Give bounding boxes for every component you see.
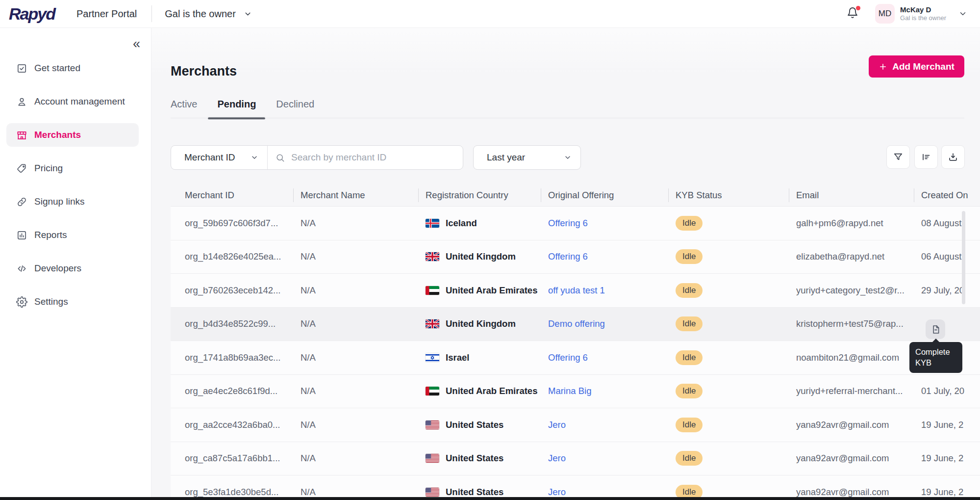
search-field-label: Merchant ID bbox=[184, 152, 235, 163]
offering-link[interactable]: Marina Big bbox=[548, 386, 591, 396]
flag-icon-is bbox=[426, 219, 439, 228]
sidebar: « Get startedAccount managementMerchants… bbox=[0, 27, 151, 500]
table-row[interactable]: org_5e3fa1de30be5d...N/AUnited StatesJer… bbox=[171, 475, 980, 500]
cell-registration-country: United Arab Emirates bbox=[418, 386, 541, 396]
sidebar-item-developers[interactable]: Developers bbox=[6, 257, 139, 280]
cell-merchant-id: org_ca87c5a17a6bb1... bbox=[171, 453, 293, 464]
top-bar: Rapyd Partner Portal Gal is the owner MD… bbox=[0, 0, 980, 28]
flag-icon-us bbox=[426, 454, 439, 463]
table-row[interactable]: org_aa2cce432a6ba0...N/AUnited StatesJer… bbox=[171, 408, 980, 442]
add-merchant-button[interactable]: Add Merchant bbox=[869, 55, 964, 78]
cell-merchant-id: org_b14e826e4025ea... bbox=[171, 251, 293, 262]
sort-button[interactable] bbox=[914, 145, 938, 169]
sidebar-item-get-started[interactable]: Get started bbox=[6, 56, 139, 80]
kyb-status-badge: Idle bbox=[676, 216, 703, 231]
cell-created-on: 06 August bbox=[914, 251, 980, 262]
sidebar-collapse-icon[interactable]: « bbox=[133, 37, 140, 51]
search-icon bbox=[276, 153, 285, 162]
sidebar-item-merchants[interactable]: Merchants bbox=[6, 123, 139, 147]
download-button[interactable] bbox=[941, 145, 965, 169]
cell-merchant-name: N/A bbox=[293, 285, 418, 296]
cell-registration-country: Israel bbox=[418, 352, 541, 363]
offering-link[interactable]: Jero bbox=[548, 453, 566, 463]
sidebar-item-label: Settings bbox=[34, 296, 68, 307]
cell-merchant-id: org_1741a8b69aa3ec... bbox=[171, 352, 293, 363]
cell-merchant-id: org_aa2cce432a6ba0... bbox=[171, 420, 293, 430]
topbar-right: MD McKay D Gal is the owner bbox=[847, 4, 967, 24]
flag-icon-il bbox=[426, 353, 439, 362]
cell-original-offering: Jero bbox=[541, 487, 668, 498]
table-row[interactable]: org_b4d34e8522c99...N/AUnited KingdomDem… bbox=[171, 308, 980, 342]
sidebar-item-label: Get started bbox=[34, 63, 80, 74]
table-row[interactable]: org_b14e826e4025ea...N/AUnited KingdomOf… bbox=[171, 240, 980, 274]
cell-merchant-name: N/A bbox=[293, 352, 418, 363]
kyb-status-badge: Idle bbox=[676, 418, 703, 432]
country-name: United States bbox=[446, 487, 503, 498]
flag-icon-gb bbox=[426, 319, 439, 328]
tag-icon bbox=[16, 162, 27, 174]
tab-active[interactable]: Active bbox=[161, 99, 206, 119]
offering-link[interactable]: Offering 6 bbox=[548, 352, 588, 363]
org-selector-label: Gal is the owner bbox=[165, 8, 236, 20]
org-selector-dropdown[interactable]: Gal is the owner bbox=[165, 8, 252, 20]
offering-link[interactable]: Demo offering bbox=[548, 318, 605, 329]
column-header-merchant-name: Merchant Name bbox=[293, 190, 418, 201]
horizontal-scrollbar[interactable] bbox=[0, 497, 980, 500]
chevron-down-icon bbox=[958, 9, 967, 18]
column-header-original-offering: Original Offering bbox=[541, 190, 668, 201]
kyb-status-badge: Idle bbox=[676, 384, 703, 398]
offering-link[interactable]: Offering 6 bbox=[548, 218, 588, 228]
cell-email: yana92avr@gmail.com bbox=[789, 487, 914, 498]
table-row[interactable]: org_ae4ec2e8c61f9d...N/AUnited Arab Emir… bbox=[171, 375, 980, 409]
sidebar-item-settings[interactable]: Settings bbox=[6, 290, 139, 314]
user-meta: McKay D Gal is the owner bbox=[900, 5, 946, 23]
complete-kyb-tooltip: Complete KYB bbox=[909, 342, 962, 373]
offering-link[interactable]: off yuda test 1 bbox=[548, 285, 605, 295]
cell-kyb-status: Idle bbox=[668, 418, 789, 432]
filter-button[interactable] bbox=[886, 145, 910, 169]
cell-merchant-name: N/A bbox=[293, 453, 418, 464]
table-row[interactable]: org_ca87c5a17a6bb1...N/AUnited StatesJer… bbox=[171, 442, 980, 476]
table-row[interactable]: org_59b697c606f3d7...N/AIcelandOffering … bbox=[171, 207, 980, 240]
table-body: org_59b697c606f3d7...N/AIcelandOffering … bbox=[171, 206, 980, 500]
cell-registration-country: United Kingdom bbox=[418, 251, 541, 262]
date-range-label: Last year bbox=[487, 152, 525, 163]
cell-merchant-id: org_59b697c606f3d7... bbox=[171, 218, 293, 229]
offering-link[interactable]: Offering 6 bbox=[548, 251, 588, 262]
cell-created-on: 19 June, 2 bbox=[914, 420, 980, 430]
column-header-created-on: Created On bbox=[914, 190, 980, 201]
user-menu[interactable]: MD McKay D Gal is the owner bbox=[875, 4, 967, 24]
cell-registration-country: United Arab Emirates bbox=[418, 285, 541, 296]
tab-pending[interactable]: Pending bbox=[208, 99, 265, 119]
sidebar-item-signup-links[interactable]: Signup links bbox=[6, 190, 139, 213]
cell-merchant-id: org_b760263eceb142... bbox=[171, 285, 293, 296]
country-name: United Arab Emirates bbox=[446, 285, 537, 296]
cell-merchant-name: N/A bbox=[293, 318, 418, 329]
tab-declined[interactable]: Declined bbox=[267, 99, 324, 119]
sidebar-item-label: Account management bbox=[34, 96, 125, 107]
column-header-kyb-status: KYB Status bbox=[668, 190, 789, 201]
country-name: United Kingdom bbox=[446, 251, 516, 262]
flag-icon-us bbox=[426, 421, 439, 429]
sidebar-item-label: Signup links bbox=[34, 196, 84, 207]
search-field-dropdown[interactable]: Merchant ID bbox=[171, 146, 268, 169]
vertical-scrollbar[interactable] bbox=[962, 211, 965, 304]
table-row[interactable]: org_b760263eceb142...N/AUnited Arab Emir… bbox=[171, 274, 980, 308]
search-input[interactable] bbox=[290, 152, 455, 163]
complete-kyb-button[interactable] bbox=[926, 319, 945, 339]
table-row[interactable]: org_1741a8b69aa3ec...N/AIsraelOffering 6… bbox=[171, 341, 980, 375]
date-range-dropdown[interactable]: Last year bbox=[473, 145, 581, 170]
tab-bar: ActivePendingDeclined bbox=[161, 99, 324, 119]
offering-link[interactable]: Jero bbox=[548, 487, 566, 497]
sort-icon bbox=[921, 152, 931, 162]
cell-merchant-name: N/A bbox=[293, 218, 418, 229]
notifications-bell-icon[interactable] bbox=[847, 7, 858, 21]
sidebar-item-pricing[interactable]: Pricing bbox=[6, 157, 139, 180]
cell-email: yuriyd+category_test2@r... bbox=[789, 285, 914, 296]
sidebar-item-reports[interactable]: Reports bbox=[6, 223, 139, 247]
offering-link[interactable]: Jero bbox=[548, 420, 566, 430]
sidebar-item-account-management[interactable]: Account management bbox=[6, 90, 139, 113]
country-name: Israel bbox=[446, 352, 469, 363]
sidebar-item-label: Pricing bbox=[34, 163, 63, 174]
cell-kyb-status: Idle bbox=[668, 316, 789, 331]
